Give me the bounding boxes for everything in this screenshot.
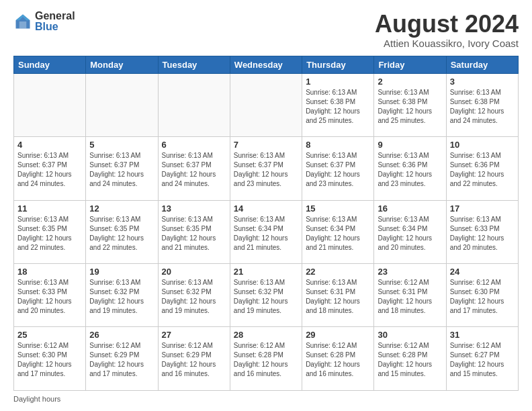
calendar-cell <box>86 73 158 136</box>
calendar-cell: 1Sunrise: 6:13 AM Sunset: 6:38 PM Daylig… <box>302 73 374 136</box>
day-info: Sunrise: 6:13 AM Sunset: 6:35 PM Dayligh… <box>162 215 226 253</box>
day-number: 27 <box>162 330 226 340</box>
header: General Blue August 2024 Attien Kouassik… <box>13 11 519 49</box>
day-number: 13 <box>162 203 226 214</box>
day-number: 4 <box>17 140 82 150</box>
calendar-table: Sunday Monday Tuesday Wednesday Thursday… <box>13 56 519 391</box>
day-info: Sunrise: 6:13 AM Sunset: 6:35 PM Dayligh… <box>17 215 82 253</box>
day-number: 19 <box>89 267 154 277</box>
day-number: 1 <box>306 77 370 87</box>
day-info: Sunrise: 6:13 AM Sunset: 6:38 PM Dayligh… <box>450 88 515 126</box>
footer-note: Daylight hours <box>13 395 519 403</box>
col-saturday: Saturday <box>446 56 518 73</box>
calendar-cell: 25Sunrise: 6:12 AM Sunset: 6:30 PM Dayli… <box>14 327 86 391</box>
calendar-cell: 15Sunrise: 6:13 AM Sunset: 6:34 PM Dayli… <box>302 200 374 263</box>
day-info: Sunrise: 6:12 AM Sunset: 6:29 PM Dayligh… <box>162 341 226 379</box>
day-info: Sunrise: 6:13 AM Sunset: 6:37 PM Dayligh… <box>17 151 82 189</box>
col-friday: Friday <box>374 56 446 73</box>
day-number: 26 <box>89 330 154 340</box>
day-info: Sunrise: 6:13 AM Sunset: 6:33 PM Dayligh… <box>450 215 515 253</box>
day-info: Sunrise: 6:13 AM Sunset: 6:34 PM Dayligh… <box>306 215 370 253</box>
day-number: 21 <box>234 267 298 277</box>
day-info: Sunrise: 6:12 AM Sunset: 6:28 PM Dayligh… <box>378 341 442 379</box>
day-info: Sunrise: 6:13 AM Sunset: 6:34 PM Dayligh… <box>378 215 442 253</box>
calendar-cell: 23Sunrise: 6:12 AM Sunset: 6:31 PM Dayli… <box>374 264 446 327</box>
day-info: Sunrise: 6:13 AM Sunset: 6:37 PM Dayligh… <box>306 151 370 189</box>
day-number: 7 <box>234 140 298 150</box>
day-info: Sunrise: 6:13 AM Sunset: 6:31 PM Dayligh… <box>306 278 370 316</box>
calendar-week-1: 1Sunrise: 6:13 AM Sunset: 6:38 PM Daylig… <box>14 73 519 136</box>
calendar-cell: 14Sunrise: 6:13 AM Sunset: 6:34 PM Dayli… <box>230 200 302 263</box>
calendar-cell: 6Sunrise: 6:13 AM Sunset: 6:37 PM Daylig… <box>158 137 230 200</box>
day-number: 11 <box>17 203 82 214</box>
day-info: Sunrise: 6:12 AM Sunset: 6:27 PM Dayligh… <box>450 341 515 379</box>
day-info: Sunrise: 6:13 AM Sunset: 6:37 PM Dayligh… <box>162 151 226 189</box>
calendar-cell: 27Sunrise: 6:12 AM Sunset: 6:29 PM Dayli… <box>158 327 230 391</box>
day-number: 2 <box>378 77 442 87</box>
day-number: 12 <box>89 203 154 214</box>
page: General Blue August 2024 Attien Kouassik… <box>0 0 532 411</box>
col-monday: Monday <box>86 56 158 73</box>
day-number: 15 <box>306 203 370 214</box>
calendar-cell: 18Sunrise: 6:13 AM Sunset: 6:33 PM Dayli… <box>14 264 86 327</box>
day-number: 16 <box>378 203 442 214</box>
day-number: 20 <box>162 267 226 277</box>
day-info: Sunrise: 6:13 AM Sunset: 6:37 PM Dayligh… <box>234 151 298 189</box>
svg-rect-2 <box>19 21 27 29</box>
day-info: Sunrise: 6:13 AM Sunset: 6:38 PM Dayligh… <box>306 88 370 126</box>
logo-general: General <box>35 11 75 21</box>
day-number: 25 <box>17 330 82 340</box>
calendar-cell <box>14 73 86 136</box>
logo-icon <box>13 12 32 31</box>
day-number: 22 <box>306 267 370 277</box>
day-number: 18 <box>17 267 82 277</box>
day-info: Sunrise: 6:13 AM Sunset: 6:32 PM Dayligh… <box>89 278 154 316</box>
day-info: Sunrise: 6:13 AM Sunset: 6:36 PM Dayligh… <box>450 151 515 189</box>
logo-text: General Blue <box>35 11 75 32</box>
day-number: 5 <box>89 140 154 150</box>
day-number: 10 <box>450 140 515 150</box>
calendar-week-2: 4Sunrise: 6:13 AM Sunset: 6:37 PM Daylig… <box>14 137 519 200</box>
day-info: Sunrise: 6:12 AM Sunset: 6:30 PM Dayligh… <box>450 278 515 316</box>
col-thursday: Thursday <box>302 56 374 73</box>
day-info: Sunrise: 6:13 AM Sunset: 6:37 PM Dayligh… <box>89 151 154 189</box>
col-sunday: Sunday <box>14 56 86 73</box>
calendar-cell: 12Sunrise: 6:13 AM Sunset: 6:35 PM Dayli… <box>86 200 158 263</box>
calendar-cell: 31Sunrise: 6:12 AM Sunset: 6:27 PM Dayli… <box>446 327 518 391</box>
calendar-cell: 8Sunrise: 6:13 AM Sunset: 6:37 PM Daylig… <box>302 137 374 200</box>
calendar-cell: 22Sunrise: 6:13 AM Sunset: 6:31 PM Dayli… <box>302 264 374 327</box>
calendar-cell: 30Sunrise: 6:12 AM Sunset: 6:28 PM Dayli… <box>374 327 446 391</box>
col-wednesday: Wednesday <box>230 56 302 73</box>
calendar-cell: 21Sunrise: 6:13 AM Sunset: 6:32 PM Dayli… <box>230 264 302 327</box>
calendar-cell: 5Sunrise: 6:13 AM Sunset: 6:37 PM Daylig… <box>86 137 158 200</box>
day-info: Sunrise: 6:12 AM Sunset: 6:29 PM Dayligh… <box>89 341 154 379</box>
calendar-cell: 11Sunrise: 6:13 AM Sunset: 6:35 PM Dayli… <box>14 200 86 263</box>
calendar-cell: 20Sunrise: 6:13 AM Sunset: 6:32 PM Dayli… <box>158 264 230 327</box>
day-info: Sunrise: 6:13 AM Sunset: 6:32 PM Dayligh… <box>162 278 226 316</box>
day-info: Sunrise: 6:12 AM Sunset: 6:30 PM Dayligh… <box>17 341 82 379</box>
calendar-cell: 24Sunrise: 6:12 AM Sunset: 6:30 PM Dayli… <box>446 264 518 327</box>
day-info: Sunrise: 6:12 AM Sunset: 6:28 PM Dayligh… <box>234 341 298 379</box>
title-block: August 2024 Attien Kouassikro, Ivory Coa… <box>375 11 519 49</box>
day-number: 14 <box>234 203 298 214</box>
day-info: Sunrise: 6:13 AM Sunset: 6:38 PM Dayligh… <box>378 88 442 126</box>
calendar-cell <box>158 73 230 136</box>
calendar-cell: 17Sunrise: 6:13 AM Sunset: 6:33 PM Dayli… <box>446 200 518 263</box>
day-info: Sunrise: 6:13 AM Sunset: 6:35 PM Dayligh… <box>89 215 154 253</box>
calendar-cell <box>230 73 302 136</box>
day-number: 8 <box>306 140 370 150</box>
calendar-cell: 9Sunrise: 6:13 AM Sunset: 6:36 PM Daylig… <box>374 137 446 200</box>
calendar-cell: 26Sunrise: 6:12 AM Sunset: 6:29 PM Dayli… <box>86 327 158 391</box>
logo: General Blue <box>13 11 75 32</box>
day-info: Sunrise: 6:13 AM Sunset: 6:32 PM Dayligh… <box>234 278 298 316</box>
day-number: 9 <box>378 140 442 150</box>
day-info: Sunrise: 6:12 AM Sunset: 6:31 PM Dayligh… <box>378 278 442 316</box>
day-number: 6 <box>162 140 226 150</box>
calendar-cell: 7Sunrise: 6:13 AM Sunset: 6:37 PM Daylig… <box>230 137 302 200</box>
calendar-cell: 2Sunrise: 6:13 AM Sunset: 6:38 PM Daylig… <box>374 73 446 136</box>
subtitle: Attien Kouassikro, Ivory Coast <box>375 38 519 49</box>
calendar-cell: 3Sunrise: 6:13 AM Sunset: 6:38 PM Daylig… <box>446 73 518 136</box>
day-number: 3 <box>450 77 515 87</box>
day-info: Sunrise: 6:12 AM Sunset: 6:28 PM Dayligh… <box>306 341 370 379</box>
day-info: Sunrise: 6:13 AM Sunset: 6:34 PM Dayligh… <box>234 215 298 253</box>
